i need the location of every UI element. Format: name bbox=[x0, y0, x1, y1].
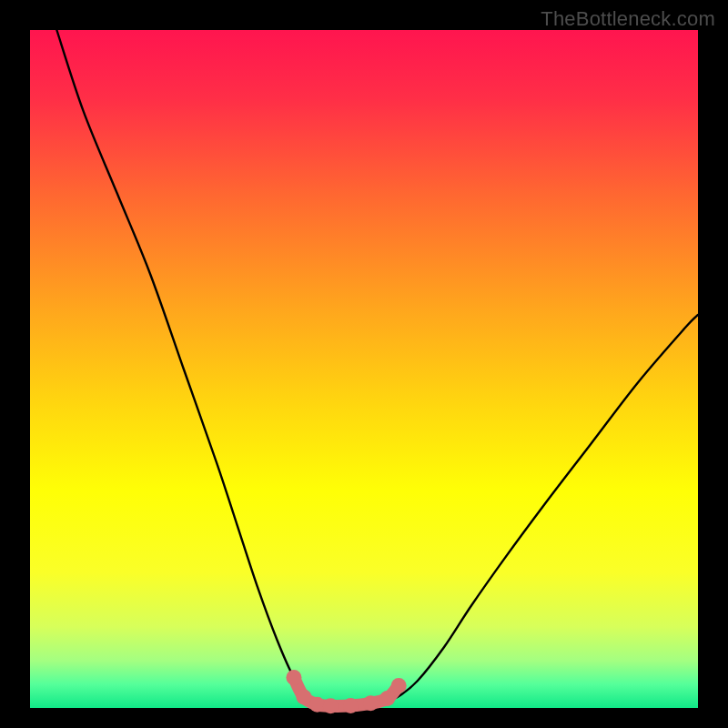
optimal-zone-marker bbox=[323, 698, 339, 713]
optimal-zone-marker bbox=[286, 670, 301, 685]
optimal-zone-marker bbox=[343, 698, 359, 713]
optimal-zone-marker bbox=[296, 690, 311, 705]
bottleneck-chart bbox=[0, 0, 728, 728]
optimal-zone-marker bbox=[309, 697, 325, 713]
optimal-zone-marker bbox=[379, 691, 395, 706]
optimal-zone-marker bbox=[391, 678, 407, 693]
watermark-text: TheBottleneck.com bbox=[541, 7, 715, 31]
chart-frame: TheBottleneck.com bbox=[0, 0, 728, 728]
optimal-zone-marker bbox=[363, 695, 379, 711]
plot-background bbox=[30, 30, 698, 708]
